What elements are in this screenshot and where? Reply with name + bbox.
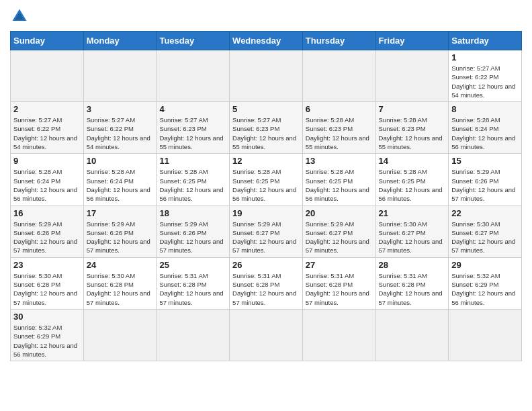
day-info: Sunrise: 5:28 AM Sunset: 6:23 PM Dayligh… [306,116,373,151]
day-info: Sunrise: 5:28 AM Sunset: 6:25 PM Dayligh… [306,167,373,203]
calendar-cell [83,50,157,102]
day-info: Sunrise: 5:27 AM Sunset: 6:22 PM Dayligh… [87,116,154,151]
calendar-cell [230,309,303,361]
day-info: Sunrise: 5:28 AM Sunset: 6:25 PM Dayligh… [232,167,300,203]
calendar-cell: 13Sunrise: 5:28 AM Sunset: 6:25 PM Dayli… [302,154,375,205]
calendar-cell: 5Sunrise: 5:27 AM Sunset: 6:23 PM Daylig… [230,102,303,154]
day-info: Sunrise: 5:29 AM Sunset: 6:26 PM Dayligh… [87,220,154,255]
calendar-header-row: SundayMondayTuesdayWednesdayThursdayFrid… [11,32,522,50]
calendar-cell: 10Sunrise: 5:28 AM Sunset: 6:24 PM Dayli… [83,154,157,205]
day-info: Sunrise: 5:30 AM Sunset: 6:27 PM Dayligh… [379,220,446,255]
day-number: 18 [159,208,226,218]
day-number: 22 [451,208,519,218]
calendar-cell: 4Sunrise: 5:27 AM Sunset: 6:23 PM Daylig… [157,102,230,154]
day-number: 9 [13,156,81,166]
day-number: 30 [13,312,81,322]
day-info: Sunrise: 5:28 AM Sunset: 6:25 PM Dayligh… [159,167,226,203]
calendar-cell: 29Sunrise: 5:32 AM Sunset: 6:29 PM Dayli… [449,257,522,309]
calendar-cell: 7Sunrise: 5:28 AM Sunset: 6:23 PM Daylig… [375,102,449,154]
calendar-week-row: 2Sunrise: 5:27 AM Sunset: 6:22 PM Daylig… [11,102,522,154]
calendar-cell: 26Sunrise: 5:31 AM Sunset: 6:28 PM Dayli… [230,257,303,309]
day-info: Sunrise: 5:29 AM Sunset: 6:26 PM Dayligh… [451,167,519,203]
day-number: 8 [451,104,519,114]
day-number: 26 [232,260,300,270]
day-number: 6 [306,104,373,114]
day-info: Sunrise: 5:27 AM Sunset: 6:23 PM Dayligh… [232,116,300,151]
calendar-cell: 22Sunrise: 5:30 AM Sunset: 6:27 PM Dayli… [449,205,522,257]
calendar-cell: 2Sunrise: 5:27 AM Sunset: 6:22 PM Daylig… [11,102,84,154]
calendar-cell: 6Sunrise: 5:28 AM Sunset: 6:23 PM Daylig… [302,102,375,154]
day-number: 4 [159,104,226,114]
day-number: 3 [87,104,154,114]
day-info: Sunrise: 5:27 AM Sunset: 6:23 PM Dayligh… [159,116,226,151]
day-info: Sunrise: 5:31 AM Sunset: 6:28 PM Dayligh… [159,271,226,307]
calendar-table: SundayMondayTuesdayWednesdayThursdayFrid… [10,31,522,361]
calendar-week-row: 16Sunrise: 5:29 AM Sunset: 6:26 PM Dayli… [11,205,522,257]
page-header [10,7,522,26]
calendar-cell [230,50,303,102]
calendar-cell [83,309,157,361]
day-info: Sunrise: 5:32 AM Sunset: 6:29 PM Dayligh… [451,271,519,307]
calendar-cell: 20Sunrise: 5:29 AM Sunset: 6:27 PM Dayli… [302,205,375,257]
day-info: Sunrise: 5:29 AM Sunset: 6:27 PM Dayligh… [306,220,373,255]
day-of-week-header: Wednesday [230,32,303,50]
day-number: 11 [159,156,226,166]
day-info: Sunrise: 5:31 AM Sunset: 6:28 PM Dayligh… [306,271,373,307]
calendar-cell: 16Sunrise: 5:29 AM Sunset: 6:26 PM Dayli… [11,205,84,257]
calendar-cell: 25Sunrise: 5:31 AM Sunset: 6:28 PM Dayli… [157,257,230,309]
calendar-cell: 17Sunrise: 5:29 AM Sunset: 6:26 PM Dayli… [83,205,157,257]
day-of-week-header: Saturday [449,32,522,50]
calendar-cell: 8Sunrise: 5:28 AM Sunset: 6:24 PM Daylig… [449,102,522,154]
calendar-cell: 3Sunrise: 5:27 AM Sunset: 6:22 PM Daylig… [83,102,157,154]
day-number: 5 [232,104,300,114]
day-info: Sunrise: 5:28 AM Sunset: 6:24 PM Dayligh… [451,116,519,151]
calendar-week-row: 1Sunrise: 5:27 AM Sunset: 6:22 PM Daylig… [11,50,522,102]
day-info: Sunrise: 5:28 AM Sunset: 6:24 PM Dayligh… [87,167,154,203]
calendar-cell: 11Sunrise: 5:28 AM Sunset: 6:25 PM Dayli… [157,154,230,205]
day-info: Sunrise: 5:30 AM Sunset: 6:27 PM Dayligh… [451,220,519,255]
calendar-week-row: 9Sunrise: 5:28 AM Sunset: 6:24 PM Daylig… [11,154,522,205]
day-info: Sunrise: 5:28 AM Sunset: 6:25 PM Dayligh… [379,167,446,203]
calendar-cell [302,309,375,361]
calendar-cell: 14Sunrise: 5:28 AM Sunset: 6:25 PM Dayli… [375,154,449,205]
day-info: Sunrise: 5:30 AM Sunset: 6:28 PM Dayligh… [87,271,154,307]
calendar-week-row: 23Sunrise: 5:30 AM Sunset: 6:28 PM Dayli… [11,257,522,309]
day-number: 14 [379,156,446,166]
day-number: 20 [306,208,373,218]
day-info: Sunrise: 5:31 AM Sunset: 6:28 PM Dayligh… [232,271,300,307]
calendar-cell [302,50,375,102]
day-info: Sunrise: 5:31 AM Sunset: 6:28 PM Dayligh… [379,271,446,307]
day-number: 25 [159,260,226,270]
day-number: 24 [87,260,154,270]
day-of-week-header: Sunday [11,32,84,50]
day-number: 23 [13,260,81,270]
logo [10,7,32,26]
calendar-cell: 9Sunrise: 5:28 AM Sunset: 6:24 PM Daylig… [11,154,84,205]
day-info: Sunrise: 5:29 AM Sunset: 6:26 PM Dayligh… [13,220,81,255]
calendar-cell [375,50,449,102]
day-number: 27 [306,260,373,270]
calendar-cell: 27Sunrise: 5:31 AM Sunset: 6:28 PM Dayli… [302,257,375,309]
calendar-cell [375,309,449,361]
day-number: 28 [379,260,446,270]
day-info: Sunrise: 5:32 AM Sunset: 6:29 PM Dayligh… [13,323,81,359]
day-info: Sunrise: 5:29 AM Sunset: 6:26 PM Dayligh… [159,220,226,255]
calendar-cell [157,309,230,361]
day-info: Sunrise: 5:27 AM Sunset: 6:22 PM Dayligh… [451,64,519,99]
day-of-week-header: Friday [375,32,449,50]
day-number: 17 [87,208,154,218]
day-info: Sunrise: 5:28 AM Sunset: 6:23 PM Dayligh… [379,116,446,151]
day-number: 10 [87,156,154,166]
calendar-cell: 21Sunrise: 5:30 AM Sunset: 6:27 PM Dayli… [375,205,449,257]
day-of-week-header: Thursday [302,32,375,50]
day-of-week-header: Monday [83,32,157,50]
day-of-week-header: Tuesday [157,32,230,50]
day-number: 21 [379,208,446,218]
day-number: 29 [451,260,519,270]
calendar-cell [157,50,230,102]
calendar-cell: 23Sunrise: 5:30 AM Sunset: 6:28 PM Dayli… [11,257,84,309]
calendar-cell [449,309,522,361]
day-info: Sunrise: 5:28 AM Sunset: 6:24 PM Dayligh… [13,167,81,203]
day-number: 19 [232,208,300,218]
day-number: 2 [13,104,81,114]
